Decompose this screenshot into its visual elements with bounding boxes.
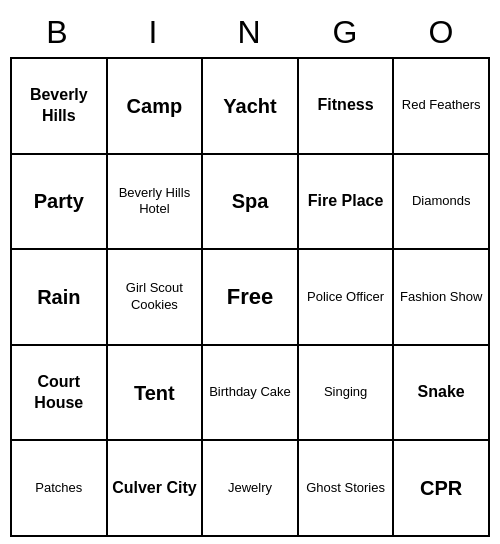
- cell-4-4: CPR: [394, 441, 490, 537]
- bingo-row: Rain Girl Scout Cookies Free Police Offi…: [12, 250, 490, 346]
- header-o: O: [394, 7, 490, 57]
- bingo-card: B I N G O Beverly Hills Camp Yacht Fitne…: [10, 7, 490, 537]
- cell-2-0: Rain: [12, 250, 108, 346]
- cell-1-3: Fire Place: [299, 155, 395, 251]
- cell-0-4: Red Feathers: [394, 59, 490, 155]
- bingo-row: Beverly Hills Camp Yacht Fitness Red Fea…: [12, 59, 490, 155]
- cell-1-1: Beverly Hills Hotel: [108, 155, 204, 251]
- bingo-row: Patches Culver City Jewelry Ghost Storie…: [12, 441, 490, 537]
- bingo-row: Court House Tent Birthday Cake Singing S…: [12, 346, 490, 442]
- cell-3-2: Birthday Cake: [203, 346, 299, 442]
- bingo-row: Party Beverly Hills Hotel Spa Fire Place…: [12, 155, 490, 251]
- cell-3-4: Snake: [394, 346, 490, 442]
- cell-3-0: Court House: [12, 346, 108, 442]
- cell-2-4: Fashion Show: [394, 250, 490, 346]
- header-n: N: [202, 7, 298, 57]
- header-b: B: [10, 7, 106, 57]
- cell-2-2-free: Free: [203, 250, 299, 346]
- cell-0-1: Camp: [108, 59, 204, 155]
- cell-3-1: Tent: [108, 346, 204, 442]
- bingo-grid: Beverly Hills Camp Yacht Fitness Red Fea…: [10, 57, 490, 537]
- cell-1-2: Spa: [203, 155, 299, 251]
- cell-1-0: Party: [12, 155, 108, 251]
- header-g: G: [298, 7, 394, 57]
- cell-2-1: Girl Scout Cookies: [108, 250, 204, 346]
- cell-4-0: Patches: [12, 441, 108, 537]
- bingo-header: B I N G O: [10, 7, 490, 57]
- cell-4-3: Ghost Stories: [299, 441, 395, 537]
- cell-3-3: Singing: [299, 346, 395, 442]
- header-i: I: [106, 7, 202, 57]
- cell-0-3: Fitness: [299, 59, 395, 155]
- cell-2-3: Police Officer: [299, 250, 395, 346]
- cell-0-2: Yacht: [203, 59, 299, 155]
- cell-0-0: Beverly Hills: [12, 59, 108, 155]
- cell-4-2: Jewelry: [203, 441, 299, 537]
- cell-4-1: Culver City: [108, 441, 204, 537]
- cell-1-4: Diamonds: [394, 155, 490, 251]
